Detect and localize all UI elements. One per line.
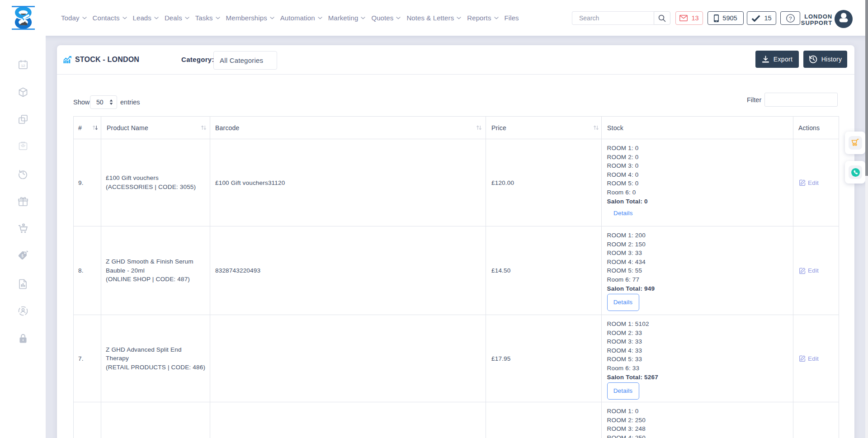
svg-text:$: $: [21, 254, 24, 258]
svg-text:12: 12: [21, 64, 25, 68]
